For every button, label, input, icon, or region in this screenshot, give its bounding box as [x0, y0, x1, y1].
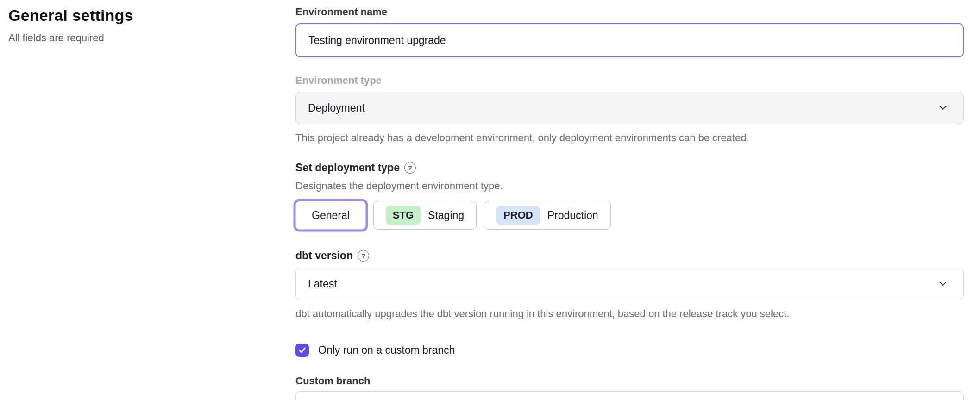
custom-branch-checkbox[interactable] [295, 344, 309, 357]
dbt-version-label-row: dbt version ? [295, 249, 964, 262]
page-title: General settings [8, 6, 268, 25]
deployment-type-general-label: General [312, 209, 350, 222]
dbt-version-value: Latest [308, 278, 337, 290]
custom-branch-checkbox-label[interactable]: Only run on a custom branch [318, 344, 455, 356]
environment-type-helper: This project already has a development e… [295, 131, 964, 144]
deployment-type-helper: Designates the deployment environment ty… [295, 180, 964, 193]
page-subtitle: All fields are required [8, 32, 268, 44]
environment-settings-page: General settings All fields are required… [0, 0, 980, 400]
deployment-type-staging-button[interactable]: STG Staging [373, 201, 477, 230]
environment-type-select[interactable]: Deployment [295, 92, 964, 124]
general-settings-form: Environment name Environment type Deploy… [295, 0, 964, 400]
help-icon[interactable]: ? [404, 162, 416, 174]
deployment-type-label-row: Set deployment type ? [295, 161, 964, 174]
help-icon[interactable]: ? [358, 250, 369, 262]
chevron-down-icon [937, 102, 949, 113]
help-glyph: ? [361, 252, 365, 259]
production-badge: PROD [496, 206, 540, 225]
deployment-type-label: Set deployment type [295, 161, 400, 174]
deployment-type-production-button[interactable]: PROD Production [484, 201, 611, 230]
deployment-type-staging-label: Staging [428, 209, 464, 222]
deployment-type-production-label: Production [547, 209, 598, 222]
custom-branch-input[interactable] [295, 391, 964, 400]
dbt-version-select[interactable]: Latest [295, 268, 964, 300]
help-glyph: ? [408, 164, 412, 171]
check-icon [298, 346, 307, 355]
environment-name-label: Environment name [295, 6, 964, 19]
custom-branch-checkbox-row: Only run on a custom branch [295, 344, 964, 357]
dbt-version-helper: dbt automatically upgrades the dbt versi… [295, 307, 964, 320]
environment-name-input[interactable] [295, 23, 964, 57]
staging-badge: STG [386, 206, 421, 225]
deployment-type-general-button[interactable]: General [295, 201, 366, 230]
environment-type-value: Deployment [308, 102, 365, 114]
environment-type-label: Environment type [295, 74, 964, 87]
section-intro: General settings All fields are required [8, 6, 268, 44]
dbt-version-label: dbt version [295, 249, 353, 262]
custom-branch-label: Custom branch [295, 375, 964, 388]
deployment-type-options: General STG Staging PROD Production [295, 201, 964, 230]
chevron-down-icon [937, 278, 949, 289]
